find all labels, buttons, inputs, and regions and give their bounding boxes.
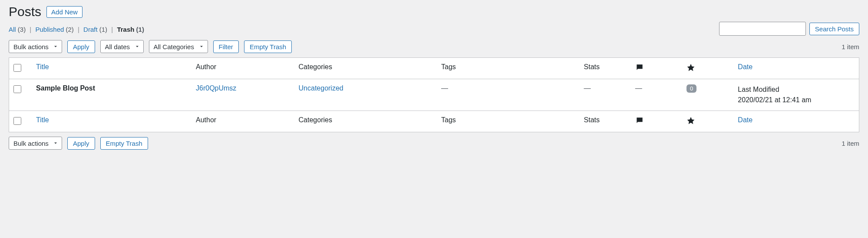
filter-trash[interactable]: Trash (1) xyxy=(117,26,144,33)
date-filter-select[interactable]: All dates xyxy=(100,40,144,53)
page-title: Posts xyxy=(9,4,41,19)
apply-button-top[interactable]: Apply xyxy=(67,40,95,53)
comment-icon xyxy=(635,116,644,125)
column-likes[interactable] xyxy=(682,58,733,79)
item-count-bottom: 1 item xyxy=(842,140,859,147)
bulk-actions-select-bottom[interactable]: Bulk actions xyxy=(9,137,62,150)
column-author-bottom: Author xyxy=(191,111,294,132)
table-row: Sample Blog Post J6r0QpUmsz Uncategorize… xyxy=(9,79,859,111)
column-stats: Stats xyxy=(580,58,631,79)
column-tags-bottom: Tags xyxy=(437,111,580,132)
filter-all[interactable]: All (3) xyxy=(9,26,26,33)
post-stats: — xyxy=(584,84,591,92)
comment-icon xyxy=(635,63,644,72)
post-category-link[interactable]: Uncategorized xyxy=(299,84,343,92)
column-tags: Tags xyxy=(437,58,580,79)
column-date-sort-bottom[interactable]: Date xyxy=(738,116,752,124)
select-all-checkbox-top[interactable] xyxy=(13,64,21,72)
apply-button-bottom[interactable]: Apply xyxy=(67,137,95,150)
column-date-sort[interactable]: Date xyxy=(738,63,752,70)
column-stats-bottom: Stats xyxy=(580,111,631,132)
column-comments[interactable] xyxy=(631,58,682,79)
column-title-sort-bottom[interactable]: Title xyxy=(36,116,49,124)
post-tags: — xyxy=(441,84,448,92)
empty-trash-button-bottom[interactable]: Empty Trash xyxy=(100,137,148,150)
category-filter-select[interactable]: All Categories xyxy=(149,40,208,53)
column-categories-bottom: Categories xyxy=(294,111,437,132)
filter-button[interactable]: Filter xyxy=(213,40,239,53)
post-comments: — xyxy=(635,84,642,92)
column-comments-bottom[interactable] xyxy=(631,111,682,132)
post-author-link[interactable]: J6r0QpUmsz xyxy=(196,84,236,92)
select-all-checkbox-bottom[interactable] xyxy=(13,117,21,125)
column-title-sort[interactable]: Title xyxy=(36,63,49,70)
date-label: Last Modified xyxy=(738,84,855,95)
post-likes-badge[interactable]: 0 xyxy=(686,84,696,93)
empty-trash-button-top[interactable]: Empty Trash xyxy=(244,40,292,53)
posts-table: Title Author Categories Tags Stats Date … xyxy=(9,57,859,132)
search-posts-button[interactable]: Search Posts xyxy=(809,23,859,35)
date-value: 2020/02/21 at 12:41 am xyxy=(738,95,855,105)
column-author: Author xyxy=(191,58,294,79)
column-categories: Categories xyxy=(294,58,437,79)
filter-draft[interactable]: Draft (1) xyxy=(83,26,107,33)
add-new-button[interactable]: Add New xyxy=(46,6,83,18)
star-icon xyxy=(686,63,695,72)
star-icon xyxy=(686,116,695,125)
post-title[interactable]: Sample Blog Post xyxy=(36,84,95,92)
column-likes-bottom[interactable] xyxy=(682,111,733,132)
search-input[interactable] xyxy=(719,22,806,36)
row-checkbox[interactable] xyxy=(13,85,21,93)
filter-published[interactable]: Published (2) xyxy=(35,26,73,33)
item-count-top: 1 item xyxy=(842,43,859,50)
bulk-actions-select-top[interactable]: Bulk actions xyxy=(9,40,62,53)
